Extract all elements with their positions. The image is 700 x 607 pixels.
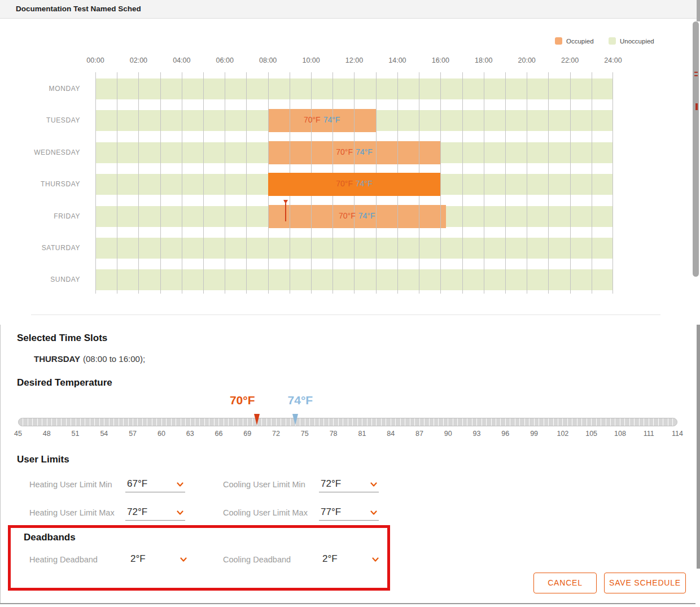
heating-user-limit-min-value: 67°F: [127, 478, 147, 490]
day-label-tuesday: TUESDAY: [7, 116, 80, 124]
legend-occupied-label: Occupied: [566, 38, 594, 45]
deadbands-heading: Deadbands: [24, 532, 76, 543]
desired-temperature-heading: Desired Temperature: [17, 377, 112, 388]
temperature-tick-label: 75: [301, 430, 309, 438]
block-cool-setpoint: 74°F: [356, 179, 373, 188]
modal-titlebar: Documentation Test Named Sched: [0, 0, 700, 19]
schedule-grid[interactable]: 70°F74°F70°F74°F70°F74°F70°F74°F: [95, 72, 613, 294]
temperature-tick-label: 72: [272, 430, 280, 438]
section-divider: [31, 315, 660, 315]
user-limits-heading: User Limits: [17, 454, 69, 465]
time-axis-label: 24:00: [604, 56, 622, 64]
chevron-down-icon: [372, 557, 379, 562]
time-axis-label: 12:00: [345, 56, 363, 64]
cooling-user-limit-min-label: Cooling User Limit Min: [223, 477, 305, 492]
temperature-tick-label: 81: [358, 430, 366, 438]
temperature-slider-track[interactable]: [18, 418, 677, 426]
modal-left-edge: [0, 325, 1, 603]
heating-user-limit-min-select[interactable]: 67°F: [125, 477, 185, 492]
temperature-tick-label: 54: [100, 430, 108, 438]
day-label-friday: FRIDAY: [7, 212, 80, 220]
block-cool-setpoint: 74°F: [356, 147, 373, 156]
temperature-tick-label: 48: [43, 430, 51, 438]
temperature-tick-label: 114: [672, 430, 683, 438]
time-axis-label: 06:00: [216, 56, 234, 64]
day-label-wednesday: WEDNESDAY: [7, 149, 80, 156]
cooling-user-limit-min-value: 72°F: [321, 478, 341, 490]
unoccupied-row-saturday[interactable]: [95, 238, 613, 259]
chevron-down-icon: [370, 482, 377, 487]
scrollbar-marker: [694, 72, 698, 73]
cooling-user-limit-max-label: Cooling User Limit Max: [223, 505, 308, 521]
time-axis-label: 10:00: [302, 56, 320, 64]
time-axis-label: 00:00: [86, 56, 104, 64]
block-heat-setpoint: 70°F: [339, 211, 356, 220]
cooling-user-limit-min-select[interactable]: 72°F: [319, 477, 379, 492]
time-cursor-pin-icon[interactable]: [285, 203, 286, 221]
cooling-user-limit-max-value: 77°F: [321, 506, 341, 518]
time-axis-label: 16:00: [432, 56, 449, 64]
heating-user-limit-max-label: Heating User Limit Max: [29, 505, 115, 521]
heating-deadband-value: 2°F: [130, 553, 146, 565]
block-heat-setpoint: 70°F: [336, 147, 353, 156]
modal-scrollbar-thumb[interactable]: [693, 21, 699, 277]
cooling-deadband-value: 2°F: [322, 553, 338, 565]
block-setpoint-label: 70°F74°F: [336, 147, 372, 156]
temperature-tick-label: 90: [444, 430, 452, 438]
selected-slot-range: (08:00 to 16:00);: [83, 354, 145, 364]
legend-unoccupied: Unoccupied: [609, 37, 654, 45]
unoccupied-row-monday[interactable]: [95, 78, 613, 99]
selected-slot-item: THURSDAY(08:00 to 16:00);: [34, 354, 145, 364]
cooling-slider-handle[interactable]: [292, 414, 298, 425]
unoccupied-row-sunday[interactable]: [95, 269, 613, 290]
block-cool-setpoint: 74°F: [323, 115, 340, 124]
temperature-tick-label: 78: [330, 430, 338, 438]
block-setpoint-label: 70°F74°F: [339, 211, 375, 220]
selected-slot-day: THURSDAY: [34, 354, 80, 364]
deadbands-highlight-box: Deadbands Heating Deadband 2°F Cooling D…: [8, 525, 390, 591]
unoccupied-swatch-icon: [609, 37, 616, 45]
day-label-monday: MONDAY: [7, 85, 80, 93]
day-label-sunday: SUNDAY: [7, 276, 80, 283]
scrollbar-marker: [694, 75, 698, 76]
cooling-setpoint-value: 74°F: [288, 394, 313, 407]
schedule-editor-modal: Documentation Test Named Sched Occupied …: [0, 0, 700, 607]
chevron-down-icon: [370, 510, 377, 516]
heating-deadband-select[interactable]: 2°F: [129, 552, 189, 567]
time-axis-label: 22:00: [561, 56, 579, 64]
heating-setpoint-value: 70°F: [230, 394, 255, 407]
cooling-user-limit-max-select[interactable]: 77°F: [319, 505, 379, 521]
selected-time-slots-heading: Selected Time Slots: [17, 333, 107, 344]
save-schedule-button[interactable]: SAVE SCHEDULE: [604, 573, 686, 593]
temperature-tick-label: 111: [644, 430, 654, 438]
cooling-deadband-select[interactable]: 2°F: [321, 552, 380, 567]
page-bottom-edge: [0, 603, 695, 604]
page-scrollbar-thumb[interactable]: [697, 325, 700, 569]
occupied-swatch-icon: [555, 37, 562, 45]
page-scrollbar-segment[interactable]: [697, 0, 700, 21]
legend-occupied: Occupied: [555, 37, 594, 45]
heating-user-limit-max-select[interactable]: 72°F: [125, 505, 185, 521]
modal-title: Documentation Test Named Sched: [16, 5, 141, 13]
temperature-tick-label: 105: [585, 430, 597, 438]
block-setpoint-label: 70°F74°F: [336, 179, 372, 188]
temperature-tick-label: 45: [14, 430, 22, 438]
temperature-tick-label: 108: [614, 430, 626, 438]
legend-unoccupied-label: Unoccupied: [620, 38, 654, 45]
cooling-deadband-label: Cooling Deadband: [223, 552, 291, 567]
temperature-tick-label: 63: [186, 430, 194, 438]
block-heat-setpoint: 70°F: [336, 179, 353, 188]
block-heat-setpoint: 70°F: [304, 115, 321, 124]
cancel-button[interactable]: CANCEL: [533, 573, 597, 593]
temperature-tick-label: 87: [415, 430, 423, 438]
heating-user-limit-max-value: 72°F: [127, 506, 147, 518]
temperature-tick-label: 66: [215, 430, 223, 438]
time-axis-label: 02:00: [130, 56, 147, 64]
temperature-tick-label: 60: [158, 430, 165, 438]
time-axis-label: 20:00: [518, 56, 536, 64]
time-axis-label: 04:00: [173, 56, 190, 64]
temperature-tick-label: 51: [72, 430, 80, 438]
heating-slider-handle[interactable]: [254, 414, 260, 425]
temperature-tick-label: 99: [530, 430, 538, 438]
heating-deadband-label: Heating Deadband: [29, 552, 98, 567]
